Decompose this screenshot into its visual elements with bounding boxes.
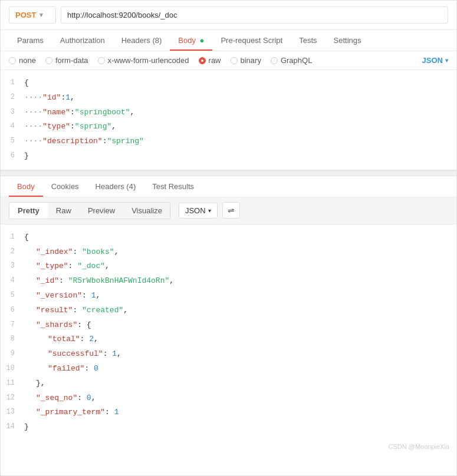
- tab-settings[interactable]: Settings: [326, 30, 370, 51]
- resp-line-7: 7 "_shards": {: [1, 318, 456, 333]
- option-urlencoded[interactable]: x-www-form-urlencoded: [98, 56, 189, 65]
- option-binary[interactable]: binary: [231, 56, 261, 65]
- resp-line-5: 5 "_version": 1,: [1, 289, 456, 303]
- resp-line-6: 6 "result": "created",: [1, 303, 456, 318]
- tab-params[interactable]: Params: [9, 30, 52, 51]
- request-tab-bar: Params Authorization Headers (8) Body ● …: [1, 30, 456, 51]
- view-pretty[interactable]: Pretty: [9, 203, 48, 219]
- section-divider: [1, 170, 456, 176]
- req-line-3: 3 ····"name":"springboot",: [1, 105, 456, 120]
- body-dot: ●: [200, 36, 205, 45]
- response-toolbar: Pretty Raw Preview Visualize JSON ▾ ⇌: [1, 197, 456, 224]
- method-label: POST: [15, 11, 36, 19]
- tab-authorization[interactable]: Authorization: [52, 30, 113, 51]
- resp-line-4: 4 "_id": "R5rWbokBnHAFWnId4oRn",: [1, 274, 456, 289]
- wrap-button[interactable]: ⇌: [222, 202, 240, 219]
- method-selector[interactable]: POST ▾: [9, 6, 56, 24]
- resp-line-12: 12 "_seq_no": 0,: [1, 391, 456, 406]
- req-line-5: 5 ····"description":"spring": [1, 134, 456, 149]
- resp-line-8: 8 "total": 2,: [1, 332, 456, 347]
- resp-tab-testresults[interactable]: Test Results: [144, 176, 202, 197]
- resp-tab-cookies[interactable]: Cookies: [43, 176, 87, 197]
- request-code-editor[interactable]: 1 { 2 ····"id":1, 3 ····"name":"springbo…: [1, 70, 456, 170]
- req-line-2: 2 ····"id":1,: [1, 91, 456, 105]
- option-graphql[interactable]: GraphQL: [271, 56, 312, 65]
- radio-raw: [199, 57, 206, 64]
- tab-body[interactable]: Body ●: [170, 30, 212, 51]
- req-line-4: 4 ····"type":"spring",: [1, 120, 456, 134]
- url-bar: POST ▾: [1, 1, 456, 30]
- body-options-bar: none form-data x-www-form-urlencoded raw…: [1, 51, 456, 70]
- option-formdata[interactable]: form-data: [45, 56, 88, 65]
- radio-urlencoded: [98, 57, 105, 64]
- radio-none: [9, 57, 16, 64]
- option-none[interactable]: none: [9, 56, 36, 65]
- view-visualize[interactable]: Visualize: [123, 203, 170, 219]
- response-section: Body Cookies Headers (4) Test Results Pr…: [1, 176, 456, 441]
- resp-line-14: 14 }: [1, 420, 456, 435]
- resp-tab-body[interactable]: Body: [9, 176, 43, 197]
- radio-graphql: [271, 57, 278, 64]
- req-line-6: 6 }: [1, 149, 456, 164]
- watermark: CSDN @MoonpieXia: [1, 441, 456, 452]
- format-chevron: ▾: [445, 57, 448, 64]
- tab-headers[interactable]: Headers (8): [113, 30, 170, 51]
- resp-line-13: 13 "_primary_term": 1: [1, 405, 456, 420]
- resp-tab-headers[interactable]: Headers (4): [87, 176, 144, 197]
- wrap-icon: ⇌: [228, 206, 235, 215]
- resp-line-2: 2 "_index": "books",: [1, 245, 456, 260]
- view-preview[interactable]: Preview: [80, 203, 124, 219]
- tab-tests[interactable]: Tests: [291, 30, 325, 51]
- app-container: POST ▾ Params Authorization Headers (8) …: [0, 0, 457, 476]
- resp-line-10: 10 "failed": 0: [1, 362, 456, 376]
- view-raw[interactable]: Raw: [48, 203, 80, 219]
- req-line-1: 1 {: [1, 76, 456, 91]
- view-button-group: Pretty Raw Preview Visualize: [9, 202, 170, 219]
- url-input[interactable]: [61, 6, 448, 24]
- response-tab-bar: Body Cookies Headers (4) Test Results: [1, 176, 456, 197]
- response-code-editor: 1 { 2 "_index": "books", 3 "_type": "_do…: [1, 224, 456, 441]
- resp-line-1: 1 {: [1, 230, 456, 245]
- tab-prerequest[interactable]: Pre-request Script: [212, 30, 291, 51]
- format-dropdown-chevron: ▾: [208, 207, 211, 214]
- response-format-selector[interactable]: JSON ▾: [179, 203, 218, 219]
- resp-line-9: 9 "successful": 1,: [1, 347, 456, 362]
- radio-formdata: [45, 57, 52, 64]
- format-selector-request[interactable]: JSON ▾: [422, 56, 448, 65]
- resp-line-11: 11 },: [1, 376, 456, 391]
- resp-line-3: 3 "_type": "_doc",: [1, 259, 456, 274]
- option-raw[interactable]: raw: [199, 56, 221, 65]
- radio-binary: [231, 57, 238, 64]
- method-chevron: ▾: [40, 11, 43, 19]
